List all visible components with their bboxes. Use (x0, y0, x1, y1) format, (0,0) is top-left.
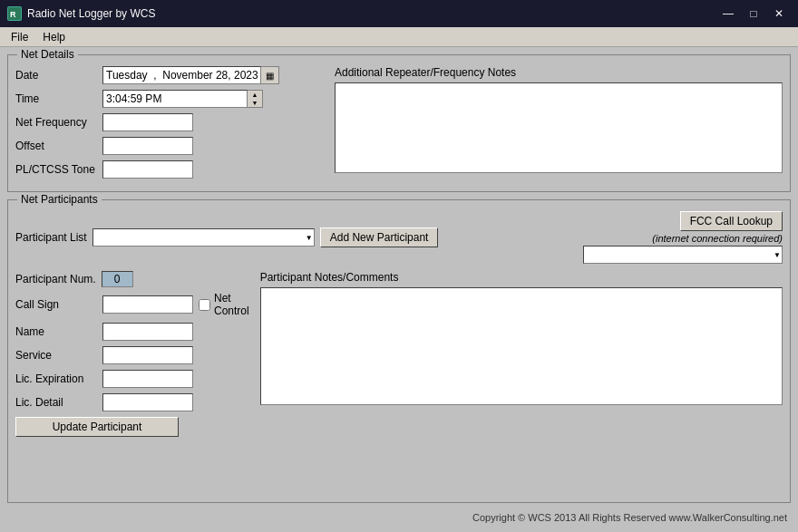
offset-label: Offset (15, 140, 97, 152)
pl-input[interactable] (102, 160, 193, 179)
time-row: Time ▲ ▼ (15, 90, 324, 108)
menu-file[interactable]: File (4, 29, 35, 45)
participant-list-select-wrapper (92, 228, 315, 247)
window-title: Radio Net Logger by WCS (27, 7, 155, 20)
freq-input[interactable] (102, 113, 193, 131)
lic-detail-label: Lic. Detail (15, 396, 97, 409)
service-input[interactable] (102, 346, 193, 364)
time-down-button[interactable]: ▼ (248, 99, 262, 107)
lic-detail-row: Lic. Detail (15, 393, 249, 411)
participants-left: Participant Num. Call Sign Net Control N… (15, 271, 249, 442)
net-details-label: Net Details (17, 48, 78, 61)
offset-input[interactable] (102, 137, 193, 155)
fcc-section: FCC Call Lookup (internet connection req… (583, 211, 783, 264)
participant-comments-textarea[interactable] (260, 287, 783, 405)
participant-num-row: Participant Num. (15, 271, 249, 287)
lic-detail-input[interactable] (102, 393, 193, 411)
time-spinner: ▲ ▼ (248, 90, 263, 108)
date-row: Date ▦ (15, 66, 324, 84)
net-control-label[interactable]: Net Control (199, 292, 249, 317)
name-input[interactable] (102, 323, 193, 341)
close-button[interactable]: ✕ (767, 5, 791, 23)
time-input[interactable] (102, 90, 248, 108)
service-row: Service (15, 346, 249, 364)
participant-num-label: Participant Num. (15, 273, 96, 285)
app-icon: R (7, 6, 22, 21)
callsign-row: Call Sign Net Control (15, 292, 249, 317)
date-label: Date (15, 69, 97, 82)
freq-row: Net Frequency (15, 113, 324, 131)
name-row: Name (15, 323, 249, 341)
update-btn-row: Update Participant (15, 417, 249, 437)
time-spin-container: ▲ ▼ (102, 90, 263, 108)
lic-exp-row: Lic. Expiration (15, 370, 249, 388)
net-control-checkbox[interactable] (199, 299, 210, 311)
participant-num-input[interactable] (102, 271, 133, 287)
offset-row: Offset (15, 137, 324, 155)
net-participants-label: Net Participants (17, 193, 102, 206)
lic-exp-input[interactable] (102, 370, 193, 388)
date-input[interactable] (102, 66, 261, 84)
pl-row: PL/CTCSS Tone (15, 160, 324, 179)
time-up-button[interactable]: ▲ (248, 91, 262, 99)
pl-label: PL/CTCSS Tone (15, 163, 97, 176)
callsign-input[interactable] (102, 295, 193, 314)
title-bar: R Radio Net Logger by WCS — □ ✕ (0, 0, 798, 27)
lic-exp-label: Lic. Expiration (15, 372, 97, 385)
minimize-button[interactable]: — (716, 5, 740, 23)
date-container: ▦ (102, 66, 279, 84)
fcc-dropdown-wrapper (583, 246, 783, 264)
add-new-participant-button[interactable]: Add New Participant (320, 227, 439, 247)
calendar-button[interactable]: ▦ (261, 66, 279, 84)
net-details-right: Additional Repeater/Frequency Notes (335, 66, 783, 184)
participant-list-row: Participant List Add New Participant FCC… (15, 211, 783, 264)
participants-right: Participant Notes/Comments (260, 271, 783, 442)
comments-label: Participant Notes/Comments (260, 271, 783, 284)
freq-label: Net Frequency (15, 116, 97, 129)
name-label: Name (15, 325, 97, 338)
service-label: Service (15, 349, 97, 362)
fcc-dropdown[interactable] (583, 246, 783, 264)
net-control-text: Net Control (214, 292, 249, 317)
participant-list-label: Participant List (15, 231, 87, 244)
net-details-group: Net Details Date ▦ Time (7, 54, 791, 192)
menu-bar: File Help (0, 27, 798, 47)
callsign-label: Call Sign (15, 298, 97, 311)
update-participant-button[interactable]: Update Participant (15, 417, 179, 437)
fcc-note: (internet connection required) (652, 233, 783, 244)
fcc-lookup-button[interactable]: FCC Call Lookup (680, 211, 783, 231)
notes-textarea[interactable] (335, 82, 783, 173)
participants-details: Participant Num. Call Sign Net Control N… (15, 271, 783, 442)
time-label: Time (15, 92, 97, 105)
menu-help[interactable]: Help (35, 29, 73, 45)
participant-list-select[interactable] (92, 228, 315, 247)
copyright-text: Copyright © WCS 2013 All Rights Reserved… (472, 512, 787, 523)
net-participants-group: Net Participants Participant List Add Ne… (7, 199, 791, 503)
main-content: Net Details Date ▦ Time (0, 47, 798, 532)
footer: Copyright © WCS 2013 All Rights Reserved… (7, 510, 791, 525)
notes-label: Additional Repeater/Frequency Notes (335, 66, 783, 79)
svg-text:R: R (10, 10, 16, 19)
net-details-left: Date ▦ Time ▲ ▼ (15, 66, 324, 184)
maximize-button[interactable]: □ (742, 5, 765, 23)
window-controls: — □ ✕ (716, 5, 791, 23)
